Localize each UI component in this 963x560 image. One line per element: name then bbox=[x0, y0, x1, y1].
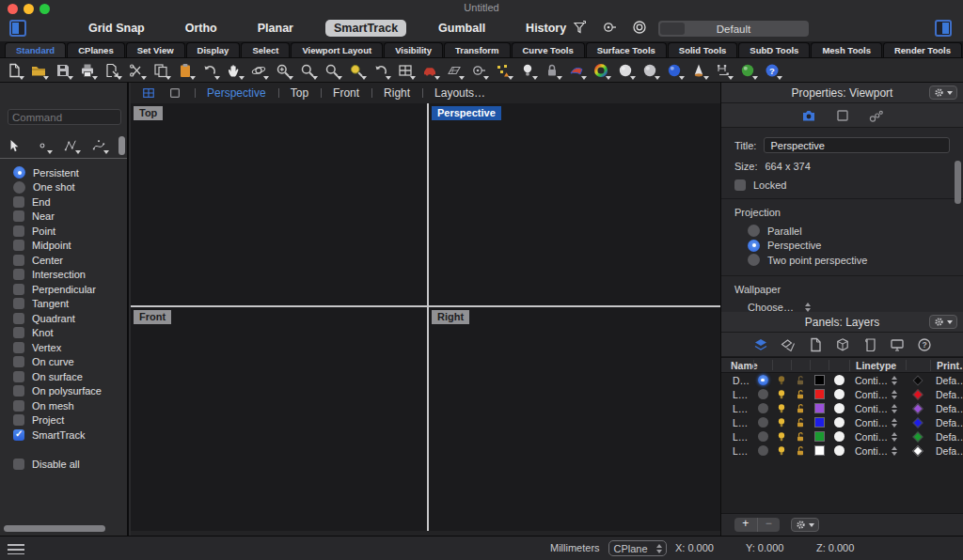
osnap-checkbox[interactable]: Perpendicular bbox=[13, 282, 123, 297]
osnap-checkbox[interactable]: Vertex bbox=[13, 340, 123, 355]
viewport-pane[interactable]: Top bbox=[131, 103, 427, 305]
mode-toggle-button[interactable]: Grid Snap bbox=[80, 20, 153, 37]
column-linetype[interactable]: Linetype bbox=[849, 360, 906, 371]
four-viewports-icon[interactable] bbox=[397, 60, 414, 81]
mode-toggle-button[interactable]: Ortho bbox=[177, 20, 226, 37]
toolbar-tab[interactable]: Display bbox=[186, 42, 241, 57]
osnap-checkbox[interactable]: On mesh bbox=[13, 398, 123, 413]
layer-color-swatch[interactable] bbox=[814, 431, 825, 442]
layer-print-color-diamond[interactable] bbox=[912, 431, 923, 442]
layer-material-dot[interactable] bbox=[834, 445, 845, 456]
zoom-dynamic-icon[interactable] bbox=[299, 60, 316, 81]
new-file-icon[interactable] bbox=[6, 60, 23, 81]
viewport-tab[interactable]: Layouts… bbox=[422, 86, 497, 100]
toolbar-tab[interactable]: CPlanes bbox=[67, 42, 125, 57]
layer-linetype-select[interactable]: Conti… bbox=[849, 445, 906, 457]
viewport-pane[interactable]: Right bbox=[429, 307, 720, 531]
layer-color-swatch[interactable] bbox=[814, 403, 825, 413]
target-rect-icon[interactable] bbox=[835, 108, 850, 123]
lock-icon[interactable] bbox=[544, 60, 560, 81]
viewport-title-input[interactable] bbox=[764, 137, 950, 153]
cube-icon[interactable] bbox=[835, 337, 850, 352]
material-sphere-icon[interactable] bbox=[666, 60, 683, 81]
osnap-checkbox[interactable]: Quadrant bbox=[13, 311, 123, 326]
viewport-pane-label[interactable]: Right bbox=[432, 310, 469, 324]
rings-icon[interactable] bbox=[632, 20, 650, 38]
add-layer-button[interactable]: + bbox=[734, 518, 757, 532]
layer-linetype-select[interactable]: Conti… bbox=[849, 403, 906, 414]
toolbar-tab[interactable]: Set View bbox=[126, 42, 185, 57]
layer-name[interactable]: D… bbox=[721, 375, 753, 386]
viewport-pane-label[interactable]: Front bbox=[134, 310, 171, 324]
export-icon[interactable] bbox=[103, 60, 120, 81]
layer-lock-icon[interactable] bbox=[791, 417, 810, 428]
help-circle-icon[interactable] bbox=[917, 337, 932, 352]
layer-name[interactable]: L… bbox=[721, 417, 753, 428]
osnap-checkbox[interactable]: On curve bbox=[13, 355, 123, 370]
sheets-icon[interactable] bbox=[781, 337, 796, 352]
layer-print-color-diamond[interactable] bbox=[912, 445, 923, 456]
layer-name[interactable]: L… bbox=[721, 431, 753, 443]
properties-gear-menu-button[interactable] bbox=[929, 86, 957, 100]
layer-linetype-select[interactable]: Conti… bbox=[849, 375, 906, 386]
layer-print-color-diamond[interactable] bbox=[912, 403, 923, 413]
layer-linetype-select[interactable]: Conti… bbox=[849, 431, 906, 443]
layer-row[interactable]: L… Conti… Defa… bbox=[721, 415, 963, 429]
viewport-pane-label[interactable]: Perspective bbox=[432, 106, 501, 120]
scroll-icon[interactable] bbox=[862, 337, 877, 352]
projection-radio[interactable]: Perspective bbox=[748, 239, 950, 254]
units-label[interactable]: Millimeters bbox=[550, 542, 600, 553]
layer-lock-icon[interactable] bbox=[791, 403, 810, 414]
properties-scrollbar[interactable] bbox=[955, 161, 961, 204]
toolbar-tab[interactable]: Surface Tools bbox=[586, 42, 667, 57]
current-layer-radio[interactable] bbox=[758, 375, 768, 385]
layer-print-width-select[interactable]: Defa… bbox=[930, 431, 963, 443]
layer-visibility-bulb-icon[interactable] bbox=[772, 431, 791, 443]
four-pane-layout-icon[interactable] bbox=[140, 85, 157, 101]
save-icon[interactable] bbox=[55, 60, 71, 81]
viewport-tab[interactable]: Perspective bbox=[195, 86, 278, 100]
layer-print-color-diamond[interactable] bbox=[912, 417, 923, 428]
osnap-checkbox[interactable]: Knot bbox=[13, 326, 123, 341]
column-print[interactable]: Print… bbox=[930, 360, 963, 371]
layer-color-swatch[interactable] bbox=[814, 445, 825, 456]
layer-lock-icon[interactable] bbox=[791, 375, 810, 386]
current-layer-radio[interactable] bbox=[758, 445, 768, 456]
layer-name[interactable]: L… bbox=[721, 403, 753, 414]
lights-icon[interactable] bbox=[519, 60, 536, 81]
layer-print-width-select[interactable]: Defa… bbox=[930, 375, 963, 386]
toolbar-tab[interactable]: Select bbox=[241, 42, 290, 57]
osnap-mode-radio[interactable]: One shot bbox=[13, 180, 123, 195]
toolbar-tab[interactable]: Render Tools bbox=[883, 42, 962, 57]
layer-color-swatch[interactable] bbox=[814, 389, 825, 399]
layer-material-dot[interactable] bbox=[834, 431, 845, 442]
layer-color-swatch[interactable] bbox=[814, 417, 825, 428]
layer-material-dot[interactable] bbox=[834, 417, 845, 428]
osnap-checkbox[interactable]: Project bbox=[13, 413, 123, 428]
layer-lock-icon[interactable] bbox=[791, 445, 810, 457]
color-wheel-icon[interactable] bbox=[592, 60, 609, 81]
layer-visibility-bulb-icon[interactable] bbox=[772, 375, 791, 386]
undo-icon[interactable] bbox=[201, 60, 218, 81]
record-history-icon[interactable] bbox=[602, 20, 620, 38]
surface-analysis-icon[interactable] bbox=[568, 60, 585, 81]
layer-material-dot[interactable] bbox=[834, 375, 845, 385]
layer-print-width-select[interactable]: Defa… bbox=[930, 417, 963, 428]
osnap-checkbox[interactable]: SmartTrack bbox=[13, 428, 123, 443]
polyline-tool-icon[interactable] bbox=[62, 135, 79, 156]
osnap-checkbox[interactable]: On polysurface bbox=[13, 384, 123, 399]
single-pane-icon[interactable] bbox=[166, 85, 183, 101]
osnap-checkbox[interactable]: Point bbox=[13, 224, 123, 239]
osnap-checkbox[interactable]: Midpoint bbox=[13, 239, 123, 254]
osnap-checkbox[interactable]: End bbox=[13, 194, 123, 210]
point-tool-icon[interactable] bbox=[34, 135, 51, 156]
osnap-checkbox[interactable]: Near bbox=[13, 210, 123, 225]
toolbar-tab[interactable]: Transform bbox=[444, 42, 510, 57]
current-layer-radio[interactable] bbox=[758, 417, 768, 428]
paste-icon[interactable] bbox=[177, 60, 194, 81]
toolbar-tab[interactable]: Standard bbox=[5, 42, 66, 57]
osnap-checkbox[interactable]: Tangent bbox=[13, 297, 123, 312]
page-icon[interactable] bbox=[808, 337, 823, 352]
layer-visibility-bulb-icon[interactable] bbox=[772, 445, 791, 457]
viewport-camera-icon[interactable] bbox=[801, 108, 816, 123]
